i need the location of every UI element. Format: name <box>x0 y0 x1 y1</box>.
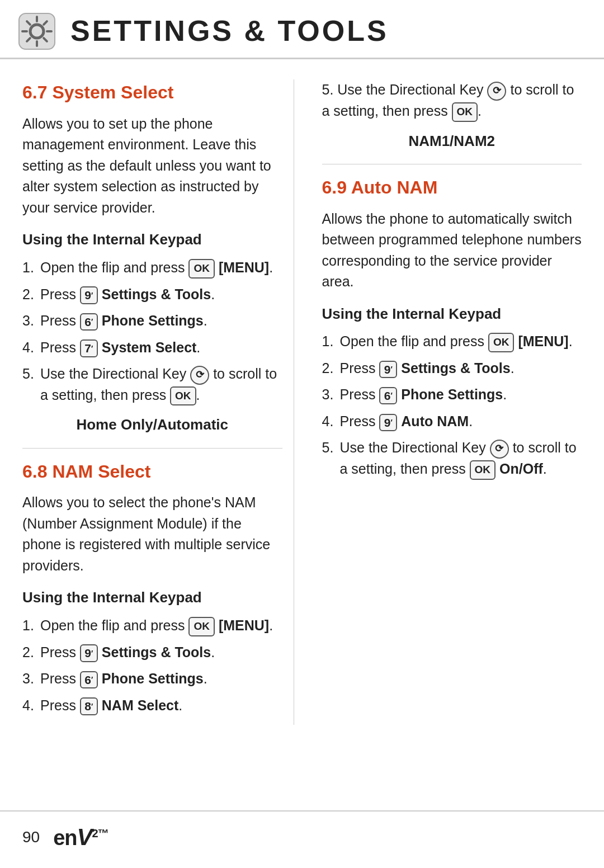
left-column: 6.7 System Select Allows you to set up t… <box>22 79 294 725</box>
list-item: 3. Press 6′ Phone Settings. <box>322 384 582 405</box>
section-69-steps: 1. Open the flip and press OK [MENU]. 2.… <box>322 331 582 479</box>
section-69-desc: Allows the phone to automatically switch… <box>322 209 582 293</box>
section-68-steps: 1. Open the flip and press OK [MENU]. 2.… <box>22 615 282 716</box>
page-number: 90 <box>22 826 40 849</box>
directional-key-icon-69: ⟳ <box>490 440 509 459</box>
ok-key-badge-2: OK <box>170 386 196 406</box>
list-item: 2. Press 9′ Settings & Tools. <box>322 358 582 379</box>
section-68-desc: Allows you to select the phone's NAM (Nu… <box>22 492 282 576</box>
list-item: 4. Press 8′ NAM Select. <box>22 695 282 716</box>
ok-key-badge: OK <box>188 259 215 279</box>
list-item: 4. Press 7′ System Select. <box>22 337 282 358</box>
page-header: SETTINGS & TOOLS <box>0 0 604 59</box>
menu-label: [MENU] <box>219 260 269 275</box>
section-divider <box>22 448 282 449</box>
section-67-steps: 1. Open the flip and press OK [MENU]. 2.… <box>22 257 282 405</box>
ok-key-badge-69-1: OK <box>488 333 515 352</box>
key-9b-badge-69: 9′ <box>379 414 397 431</box>
key-9-badge-68: 9′ <box>80 644 98 662</box>
key-6-badge-68: 6′ <box>80 671 98 688</box>
key-6-badge-69: 6′ <box>379 387 397 404</box>
key-9-badge: 9′ <box>80 286 98 304</box>
list-item: 1. Open the flip and press OK [MENU]. <box>22 257 282 279</box>
section-69: 6.9 Auto NAM Allows the phone to automat… <box>322 174 582 479</box>
home-only-automatic-label: Home Only/Automatic <box>22 414 282 436</box>
section-68-title: 6.8 NAM Select <box>22 459 282 484</box>
list-item: 2. Press 9′ Settings & Tools. <box>22 284 282 305</box>
list-item: 3. Press 6′ Phone Settings. <box>22 668 282 690</box>
key-8-badge-68: 8′ <box>80 697 98 715</box>
section-67-title: 6.7 System Select <box>22 79 282 105</box>
list-item: 5. Use the Directional Key ⟳ to scroll t… <box>322 437 582 479</box>
right-column: 5. Use the Directional Key ⟳ to scroll t… <box>317 79 582 725</box>
directional-key-icon-r: ⟳ <box>487 82 506 101</box>
settings-gear-icon <box>17 11 57 51</box>
page-title: SETTINGS & TOOLS <box>70 10 389 52</box>
list-item: 1. Open the flip and press OK [MENU]. <box>22 615 282 636</box>
list-item: 2. Press 9′ Settings & Tools. <box>22 642 282 663</box>
section-67: 6.7 System Select Allows you to set up t… <box>22 79 282 436</box>
main-content: 6.7 System Select Allows you to set up t… <box>0 59 604 742</box>
nam1-nam2-label: NAM1/NAM2 <box>322 131 582 152</box>
list-item: 5. Use the Directional Key ⟳ to scroll t… <box>22 364 282 405</box>
key-6-badge: 6′ <box>80 313 98 331</box>
directional-key-icon: ⟳ <box>190 366 209 385</box>
section-68: 6.8 NAM Select Allows you to select the … <box>22 459 282 716</box>
list-item: 3. Press 6′ Phone Settings. <box>22 310 282 332</box>
ok-key-badge-r: OK <box>452 102 478 122</box>
list-item: 1. Open the flip and press OK [MENU]. <box>322 331 582 352</box>
section-67-step5-right: 5. Use the Directional Key ⟳ to scroll t… <box>322 79 582 152</box>
list-item: 4. Press 9′ Auto NAM. <box>322 411 582 432</box>
section-divider-right <box>322 164 582 164</box>
section-69-subheading: Using the Internal Keypad <box>322 304 582 325</box>
ok-key-badge-69-5: OK <box>470 460 496 480</box>
section-68-subheading: Using the Internal Keypad <box>22 587 282 608</box>
ok-key-badge-68-1: OK <box>188 617 215 636</box>
key-7-badge: 7′ <box>80 339 98 357</box>
product-logo: enV2™ <box>53 820 108 855</box>
section-67-subheading: Using the Internal Keypad <box>22 229 282 251</box>
page-footer: 90 enV2™ <box>0 810 604 855</box>
key-9-badge-69: 9′ <box>379 361 397 378</box>
section-69-title: 6.9 Auto NAM <box>322 174 582 200</box>
section-67-desc: Allows you to set up the phone managemen… <box>22 114 282 219</box>
